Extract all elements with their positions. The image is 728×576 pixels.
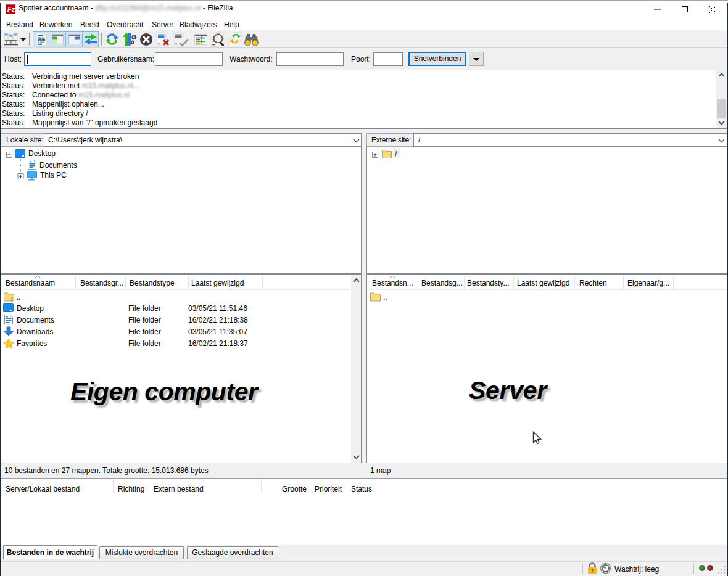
svg-text:Fz: Fz — [7, 6, 15, 13]
